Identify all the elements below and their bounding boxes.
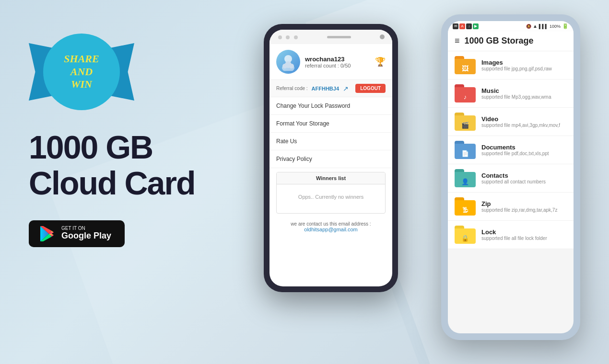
storage-item-music[interactable]: ♪ Music supported file Mp3,ogg,wav,wma [448, 80, 574, 108]
left-section: Share and Win 1000 GB Cloud Card [29, 29, 211, 247]
mail-icon: ✉ [453, 23, 458, 29]
lock-name: Lock [481, 228, 567, 236]
dl-icon: ↓ [466, 23, 472, 29]
winners-empty-message: Opps.. Currently no winners [277, 184, 385, 213]
music-icon-overlay: ♪ [464, 93, 467, 101]
app-bar: ≡ 1000 GB Storage [448, 31, 574, 51]
hamburger-menu-icon[interactable]: ≡ [455, 36, 460, 46]
google-play-icon [38, 225, 56, 242]
lock-folder-icon: 🔒 [455, 226, 476, 244]
lock-item-info: Lock supported file all file lock folder [481, 228, 567, 241]
storage-item-images[interactable]: 🖼 Images supported file jpg,png,gif,psd,… [448, 51, 574, 80]
menu-item-format-storage[interactable]: Format Your Storage [269, 115, 392, 133]
menu-item-rate-us[interactable]: Rate Us [269, 133, 392, 150]
badge-text: Share and Win [64, 53, 99, 91]
profile-username: wrochana123 [305, 56, 370, 63]
battery-icon: 🔋 [562, 23, 569, 29]
ad-icon: A [459, 23, 465, 29]
documents-item-info: Documents supported file pdf,doc,txt,xls… [481, 144, 567, 156]
winners-box: Winners list Opps.. Currently no winners [276, 172, 386, 214]
contacts-folder-icon: 👤 [455, 169, 476, 187]
phone2-frame: ✉ A ↓ ▶ 🔕 ▲ ▌▌▌ 100% 🔋 ≡ [441, 14, 580, 340]
music-subtitle: supported file Mp3,ogg,wav,wma [481, 94, 567, 100]
storage-item-documents[interactable]: 📄 Documents supported file pdf,doc,txt,x… [448, 136, 574, 164]
storage-item-contacts[interactable]: 👤 Contacts supported all contact numbers [448, 164, 574, 193]
documents-icon-overlay: 📄 [461, 150, 469, 157]
phone1-dot2 [286, 35, 290, 39]
images-item-info: Images supported file jpg,png,gif,psd,ra… [481, 59, 567, 71]
video-subtitle: supported file mp4,avi,3gp,mkv,mov,f [481, 123, 567, 128]
share-icon[interactable]: ↗ [343, 85, 349, 92]
zip-folder-icon: 🗜 [455, 197, 476, 216]
storage-item-lock[interactable]: 🔒 Lock supported file all file lock fold… [448, 221, 574, 249]
phone2-device: ✉ A ↓ ▶ 🔕 ▲ ▌▌▌ 100% 🔋 ≡ [441, 14, 580, 340]
play-icon-status: ▶ [473, 23, 479, 29]
video-icon-overlay: 🎬 [461, 122, 469, 129]
images-folder-icon: 🖼 [455, 56, 476, 74]
contacts-item-info: Contacts supported all contact numbers [481, 172, 567, 184]
system-status-icons: 🔕 ▲ ▌▌▌ 100% 🔋 [526, 23, 569, 29]
phone1-device: wrochana123 referral count : 0/50 🏆 Refe… [264, 24, 398, 292]
profile-info: wrochana123 referral count : 0/50 [305, 56, 370, 68]
mute-icon: 🔕 [526, 24, 531, 29]
contact-email[interactable]: oldhitsapp@gmail.com [276, 227, 386, 232]
play-store-text: GET IT ON Google Play [61, 226, 111, 241]
zip-icon-overlay: 🗜 [462, 206, 468, 214]
heading-line1: 1000 GB [29, 129, 211, 165]
menu-item-lock-password[interactable]: Change Your Lock Password [269, 97, 392, 115]
app-title: 1000 GB Storage [465, 36, 534, 46]
music-item-info: Music supported file Mp3,ogg,wav,wma [481, 87, 567, 100]
storage-item-zip[interactable]: 🗜 Zip supported file zip,rar,dmg,tar,apk… [448, 193, 574, 221]
battery-text: 100% [550, 24, 561, 29]
wifi-icon: ▲ [533, 23, 538, 29]
phone1-speaker [327, 36, 351, 38]
avatar [276, 50, 300, 74]
badge-circle: Share and Win [43, 34, 120, 110]
zip-name: Zip [481, 200, 567, 207]
trophy-icon: 🏆 [375, 57, 386, 67]
documents-folder-icon: 📄 [455, 141, 476, 159]
phone1-camera [380, 34, 385, 39]
phone1-screen: wrochana123 referral count : 0/50 🏆 Refe… [269, 30, 392, 286]
phone1-dots [277, 33, 299, 41]
share-win-badge: Share and Win [29, 29, 134, 115]
profile-referral-count: referral count : 0/50 [305, 63, 370, 68]
contacts-icon-overlay: 👤 [461, 178, 469, 185]
lock-icon-overlay: 🔒 [461, 235, 469, 242]
notification-icons: ✉ A ↓ ▶ [453, 23, 479, 29]
contact-label: we are contact us this email address : [276, 221, 386, 227]
referral-code: AFFHHBJ4 [312, 86, 339, 91]
winners-header: Winners list [277, 172, 385, 184]
music-name: Music [481, 87, 567, 94]
phone1-frame: wrochana123 referral count : 0/50 🏆 Refe… [264, 24, 398, 292]
page-root: Share and Win 1000 GB Cloud Card [0, 0, 609, 364]
logout-button[interactable]: LOGOUT [355, 84, 386, 93]
avatar-icon [279, 53, 297, 71]
lock-subtitle: supported file all file lock folder [481, 236, 567, 241]
images-icon-overlay: 🖼 [462, 65, 468, 72]
contacts-name: Contacts [481, 172, 567, 179]
documents-subtitle: supported file pdf,doc,txt,xls,ppt [481, 151, 567, 156]
referral-code-label: Referral code : [276, 86, 308, 91]
phone1-top-bar [269, 30, 392, 44]
google-play-button[interactable]: GET IT ON Google Play [29, 220, 125, 247]
signal-icon: ▌▌▌ [539, 24, 548, 29]
phone2-status-bar: ✉ A ↓ ▶ 🔕 ▲ ▌▌▌ 100% 🔋 [448, 21, 574, 31]
contacts-subtitle: supported all contact numbers [481, 179, 567, 184]
main-heading: 1000 GB Cloud Card [29, 129, 211, 201]
phone2-screen: ✉ A ↓ ▶ 🔕 ▲ ▌▌▌ 100% 🔋 ≡ [448, 21, 574, 333]
video-folder-icon: 🎬 [455, 113, 476, 131]
referral-bar: Referral code : AFFHHBJ4 ↗ LOGOUT [269, 80, 392, 97]
menu-item-privacy-policy[interactable]: Privacy Policy [269, 150, 392, 168]
zip-item-info: Zip supported file zip,rar,dmg,tar,apk,7… [481, 200, 567, 213]
phone1-dot3 [294, 35, 298, 39]
get-it-on-label: GET IT ON [61, 226, 111, 231]
video-item-info: Video supported file mp4,avi,3gp,mkv,mov… [481, 115, 567, 128]
documents-name: Documents [481, 144, 567, 151]
svg-point-9 [289, 64, 294, 68]
phone1-dot1 [278, 35, 282, 39]
music-folder-icon: ♪ [455, 84, 476, 102]
images-subtitle: supported file jpg,png,gif,psd,raw [481, 66, 567, 71]
storage-item-video[interactable]: 🎬 Video supported file mp4,avi,3gp,mkv,m… [448, 108, 574, 136]
zip-subtitle: supported file zip,rar,dmg,tar,apk,7z [481, 207, 567, 213]
